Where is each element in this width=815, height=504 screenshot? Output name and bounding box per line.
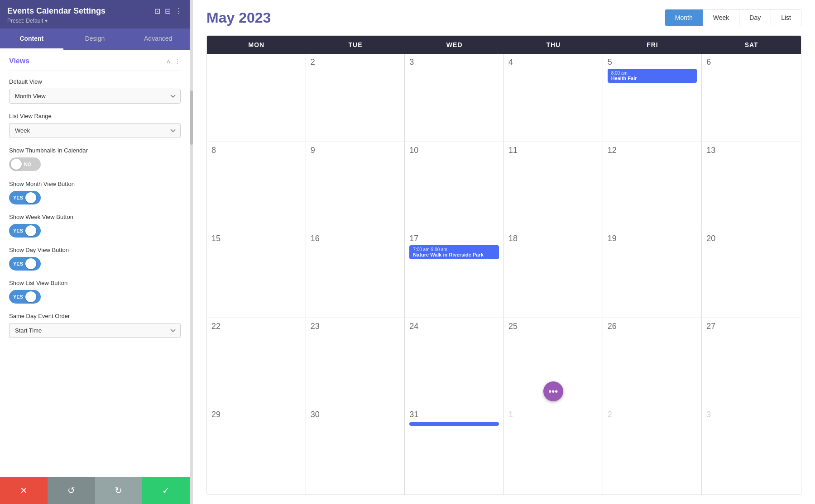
cell-may-4[interactable]: 4 bbox=[504, 54, 603, 142]
collapse-icon[interactable]: ∧ bbox=[166, 57, 171, 65]
cell-date: 30 bbox=[311, 410, 400, 419]
cell-may-15[interactable]: 15 bbox=[207, 230, 306, 318]
cell-may-24[interactable]: 24 bbox=[405, 318, 504, 406]
redo-icon: ↻ bbox=[115, 485, 122, 496]
same-day-order-label: Same Day Event Order bbox=[9, 313, 181, 319]
sidebar-preset[interactable]: Preset: Default ▾ bbox=[7, 18, 182, 24]
sidebar-title: Events Calendar Settings bbox=[7, 6, 105, 16]
main-content: May 2023 Month Week Day List MON TUE WED… bbox=[193, 0, 815, 504]
view-buttons: Month Week Day List bbox=[665, 9, 801, 26]
show-week-button-toggle[interactable]: YES bbox=[9, 224, 41, 238]
cell-may-11[interactable]: 11 bbox=[504, 142, 603, 230]
show-week-button-label: Show Week View Button bbox=[9, 214, 181, 220]
cell-may-16[interactable]: 16 bbox=[306, 230, 405, 318]
cell-may-25[interactable]: 25 ••• bbox=[504, 318, 603, 406]
cell-jun-2[interactable]: 2 bbox=[603, 406, 702, 494]
calendar-title: May 2023 bbox=[206, 10, 271, 26]
layout-icon[interactable]: ⊟ bbox=[165, 7, 171, 15]
cell-date: 12 bbox=[608, 146, 697, 155]
cell-may-18[interactable]: 18 bbox=[504, 230, 603, 318]
event-nature-walk[interactable]: 7:00 am-9:00 am Nature Walk in Riverside… bbox=[409, 245, 499, 259]
tab-content[interactable]: Content bbox=[0, 29, 63, 50]
tab-advanced[interactable]: Advanced bbox=[126, 29, 190, 50]
focus-icon[interactable]: ⊡ bbox=[154, 7, 160, 15]
scroll-thumb[interactable] bbox=[190, 90, 193, 145]
event-health-fair[interactable]: 8:00 am Health Fair bbox=[608, 69, 697, 83]
cell-may-9[interactable]: 9 bbox=[306, 142, 405, 230]
cell-may-1 bbox=[207, 54, 306, 142]
cell-may-30[interactable]: 30 bbox=[306, 406, 405, 494]
calendar-header: May 2023 Month Week Day List bbox=[206, 9, 801, 26]
cell-date: 1 bbox=[508, 410, 598, 419]
cell-may-23[interactable]: 23 bbox=[306, 318, 405, 406]
cell-date: 25 bbox=[508, 322, 598, 331]
cell-date: 16 bbox=[311, 234, 400, 243]
show-week-button-group: Show Week View Button YES bbox=[9, 214, 181, 238]
show-list-button-toggle[interactable]: YES bbox=[9, 290, 41, 304]
cell-date: 26 bbox=[608, 322, 697, 331]
default-view-select[interactable]: Month View Week View Day View List View bbox=[9, 89, 181, 104]
cell-may-31[interactable]: 31 bbox=[405, 406, 504, 494]
list-view-range-select[interactable]: Week Day Month Year bbox=[9, 123, 181, 138]
view-btn-month[interactable]: Month bbox=[665, 10, 703, 26]
tab-design[interactable]: Design bbox=[63, 29, 127, 50]
redo-button[interactable]: ↻ bbox=[95, 477, 143, 504]
cell-may-3[interactable]: 3 bbox=[405, 54, 504, 142]
day-header-sat: SAT bbox=[702, 36, 801, 54]
view-btn-week[interactable]: Week bbox=[703, 10, 740, 26]
cell-may-27[interactable]: 27 bbox=[702, 318, 801, 406]
show-month-button-toggle[interactable]: YES bbox=[9, 191, 41, 204]
toggle-yes-label: YES bbox=[11, 261, 25, 266]
cell-may-17[interactable]: 17 7:00 am-9:00 am Nature Walk in Rivers… bbox=[405, 230, 504, 318]
list-view-range-group: List View Range Week Day Month Year bbox=[9, 113, 181, 138]
cell-may-12[interactable]: 12 bbox=[603, 142, 702, 230]
toggle-knob bbox=[25, 192, 36, 203]
cell-date: 29 bbox=[211, 410, 301, 419]
cell-date: 20 bbox=[706, 234, 796, 243]
cell-date: 27 bbox=[706, 322, 796, 331]
view-btn-day[interactable]: Day bbox=[739, 10, 771, 26]
show-thumbnails-toggle[interactable]: NO bbox=[9, 157, 41, 171]
cell-may-20[interactable]: 20 bbox=[702, 230, 801, 318]
event-name: Health Fair bbox=[611, 76, 694, 81]
cell-may-8[interactable]: 8 bbox=[207, 142, 306, 230]
fab-button[interactable]: ••• bbox=[543, 381, 563, 401]
save-button[interactable]: ✓ bbox=[142, 477, 190, 504]
views-more-icon[interactable]: ⋮ bbox=[174, 57, 181, 65]
more-icon[interactable]: ⋮ bbox=[175, 7, 182, 15]
view-btn-list[interactable]: List bbox=[771, 10, 801, 26]
event-name: Nature Walk in Riverside Park bbox=[413, 252, 495, 257]
cell-date: 10 bbox=[409, 146, 499, 155]
list-view-range-label: List View Range bbox=[9, 113, 181, 119]
calendar-week-5: 29 30 31 1 2 3 bbox=[207, 406, 801, 494]
undo-button[interactable]: ↺ bbox=[48, 477, 95, 504]
cell-may-19[interactable]: 19 bbox=[603, 230, 702, 318]
cell-may-2[interactable]: 2 bbox=[306, 54, 405, 142]
views-header: Views ∧ ⋮ bbox=[9, 50, 181, 71]
cell-may-22[interactable]: 22 bbox=[207, 318, 306, 406]
cell-jun-3[interactable]: 3 bbox=[702, 406, 801, 494]
calendar-days-header: MON TUE WED THU FRI SAT bbox=[207, 36, 801, 54]
cell-date: 2 bbox=[608, 410, 697, 419]
cell-may-10[interactable]: 10 bbox=[405, 142, 504, 230]
show-day-button-toggle[interactable]: YES bbox=[9, 257, 41, 271]
cell-may-5[interactable]: 5 8:00 am Health Fair bbox=[603, 54, 702, 142]
cell-may-6[interactable]: 6 bbox=[702, 54, 801, 142]
cell-date: 15 bbox=[211, 234, 301, 243]
cell-jun-1[interactable]: 1 bbox=[504, 406, 603, 494]
cancel-button[interactable]: ✕ bbox=[0, 477, 48, 504]
save-icon: ✓ bbox=[162, 485, 170, 496]
cell-may-29[interactable]: 29 bbox=[207, 406, 306, 494]
show-list-button-label: Show List View Button bbox=[9, 280, 181, 286]
toggle-knob bbox=[11, 159, 22, 170]
show-month-button-group: Show Month View Button YES bbox=[9, 181, 181, 204]
same-day-order-select[interactable]: Start Time End Time Title bbox=[9, 323, 181, 338]
views-icons: ∧ ⋮ bbox=[166, 57, 181, 65]
cell-may-26[interactable]: 26 bbox=[603, 318, 702, 406]
cell-may-13[interactable]: 13 bbox=[702, 142, 801, 230]
calendar-week-3: 15 16 17 7:00 am-9:00 am Nature Walk in … bbox=[207, 230, 801, 319]
toggle-knob bbox=[25, 225, 36, 236]
cell-date: 5 bbox=[608, 57, 697, 67]
cell-date: 9 bbox=[311, 146, 400, 155]
calendar-week-4: 22 23 24 25 ••• 26 27 bbox=[207, 318, 801, 406]
